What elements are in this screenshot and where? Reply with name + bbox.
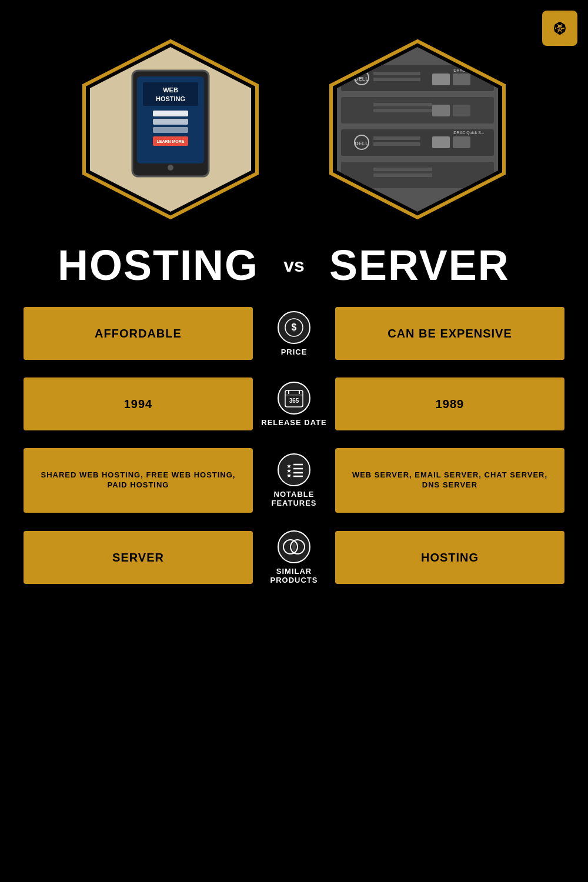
hosting-release-text: 1994 xyxy=(124,396,153,412)
hero-images-section: WEB HOSTING LEARN MORE xyxy=(0,0,588,235)
server-release-text: 1989 xyxy=(436,396,465,412)
right-hex-container: DELL iDRAC Quick Sync DELL iDRAC Quick S… xyxy=(323,35,512,223)
features-center: ★ ★ ★ NOTABLE FEATURES xyxy=(253,453,335,507)
svg-rect-38 xyxy=(453,105,470,116)
title-section: HOSTING vs SERVER xyxy=(0,235,588,307)
similar-label: SIMILAR PRODUCTS xyxy=(270,567,318,584)
hosting-similar-text: SERVER xyxy=(112,550,164,565)
svg-rect-32 xyxy=(432,74,450,85)
svg-text:LEARN MORE: LEARN MORE xyxy=(156,139,184,143)
hosting-price-cell: AFFORDABLE xyxy=(24,307,253,360)
svg-rect-19 xyxy=(153,127,188,133)
left-title: HOSTING xyxy=(35,241,270,289)
server-price-text: CAN BE EXPENSIVE xyxy=(387,326,512,341)
calendar-icon: 365 xyxy=(278,382,310,415)
server-features-text: WEB SERVER, EMAIL SERVER, CHAT SERVER, D… xyxy=(349,470,550,490)
svg-rect-53 xyxy=(285,394,303,396)
comparison-row-features: SHARED WEB HOSTING, FREE WEB HOSTING, PA… xyxy=(24,448,564,513)
svg-rect-29 xyxy=(373,72,420,75)
price-icon: $ xyxy=(278,311,310,344)
comparison-row-similar: SERVER SIMILAR PRODUCTS HOSTING xyxy=(24,530,564,584)
price-label: PRICE xyxy=(281,348,308,356)
svg-rect-37 xyxy=(432,105,450,116)
svg-rect-42 xyxy=(373,136,420,140)
comparison-row-price: AFFORDABLE $ PRICE CAN BE EXPENSIVE xyxy=(24,307,564,360)
similar-center: SIMILAR PRODUCTS xyxy=(253,530,335,584)
hosting-features-cell: SHARED WEB HOSTING, FREE WEB HOSTING, PA… xyxy=(24,448,253,513)
similar-icon xyxy=(278,530,310,563)
comparison-row-release: 1994 365 RELEASE DATE 1989 xyxy=(24,377,564,430)
svg-rect-45 xyxy=(432,136,450,148)
right-title: SERVER xyxy=(318,241,553,289)
hosting-features-text: SHARED WEB HOSTING, FREE WEB HOSTING, PA… xyxy=(38,470,239,490)
svg-text:WEB: WEB xyxy=(163,86,178,93)
hosting-similar-cell: SERVER xyxy=(24,531,253,584)
svg-text:★: ★ xyxy=(286,472,292,479)
hosting-price-text: AFFORDABLE xyxy=(95,326,182,341)
svg-text:DELL: DELL xyxy=(355,141,369,146)
features-icon: ★ ★ ★ xyxy=(278,453,310,486)
svg-text:HOSTING: HOSTING xyxy=(156,95,185,102)
price-center: $ PRICE xyxy=(253,311,335,356)
release-label: RELEASE DATE xyxy=(261,418,326,427)
server-price-cell: CAN BE EXPENSIVE xyxy=(335,307,564,360)
svg-rect-43 xyxy=(373,142,420,146)
svg-point-1 xyxy=(558,22,562,25)
svg-rect-30 xyxy=(373,78,420,81)
svg-rect-49 xyxy=(373,173,432,177)
server-release-cell: 1989 xyxy=(335,377,564,430)
left-hex-container: WEB HOSTING LEARN MORE xyxy=(76,35,265,223)
svg-text:365: 365 xyxy=(289,397,299,404)
server-similar-cell: HOSTING xyxy=(335,531,564,584)
svg-rect-48 xyxy=(373,168,432,171)
svg-rect-18 xyxy=(153,119,188,125)
svg-point-22 xyxy=(168,165,173,171)
server-similar-text: HOSTING xyxy=(421,550,479,565)
hosting-release-cell: 1994 xyxy=(24,377,253,430)
logo: HC xyxy=(542,11,577,46)
svg-text:HC: HC xyxy=(556,26,564,32)
features-label: NOTABLE FEATURES xyxy=(271,490,316,507)
server-features-cell: WEB SERVER, EMAIL SERVER, CHAT SERVER, D… xyxy=(335,448,564,513)
svg-rect-33 xyxy=(453,74,470,85)
svg-text:$: $ xyxy=(292,322,297,332)
svg-rect-35 xyxy=(373,103,432,106)
svg-rect-46 xyxy=(453,136,470,148)
svg-text:DELL: DELL xyxy=(355,76,369,82)
svg-rect-36 xyxy=(373,109,432,112)
comparison-section: AFFORDABLE $ PRICE CAN BE EXPENSIVE 1994 xyxy=(0,307,588,584)
release-center: 365 RELEASE DATE xyxy=(253,382,335,427)
svg-rect-17 xyxy=(153,111,188,116)
svg-rect-14 xyxy=(143,82,198,106)
vs-label: vs xyxy=(270,255,318,276)
svg-text:iDRAC Quick S...: iDRAC Quick S... xyxy=(453,131,485,135)
